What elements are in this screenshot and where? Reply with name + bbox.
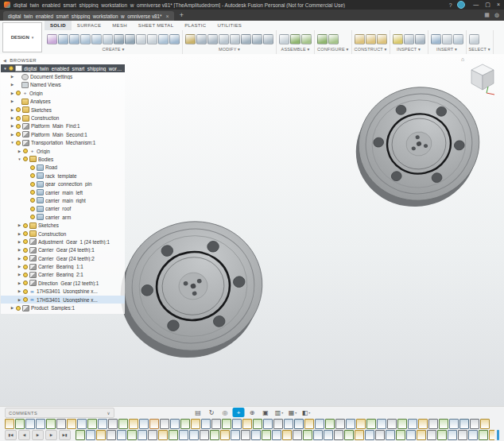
- new-tab-button[interactable]: +: [180, 10, 184, 20]
- tree-item-direction-gear-12-teeth-1[interactable]: ▶Direction_Gear (12 teeth):1: [1, 279, 125, 287]
- joint-feature-icon[interactable]: [148, 430, 157, 440]
- visibility-bulb-icon[interactable]: [23, 297, 28, 302]
- visibility-bulb-icon[interactable]: [23, 280, 28, 285]
- joint-feature-icon[interactable]: [241, 430, 250, 440]
- component-feature-icon[interactable]: [480, 419, 490, 429]
- visibility-bulb-icon[interactable]: [16, 306, 21, 311]
- tree-expanded-arrow-icon[interactable]: ▼: [10, 141, 15, 145]
- tree-item-carrier-gear-24-teeth-2[interactable]: ▶Carrier_Gear (24 teeth):2: [1, 254, 125, 262]
- new-component-icon[interactable]: [279, 33, 289, 45]
- visibility-bulb-icon[interactable]: [23, 265, 28, 269]
- extrude-feature-icon[interactable]: [98, 419, 107, 429]
- comments-bar[interactable]: COMMENTS ∨: [5, 408, 114, 418]
- tree-collapsed-arrow-icon[interactable]: ▶: [10, 116, 15, 120]
- visibility-bulb-icon[interactable]: [30, 173, 35, 178]
- extrude-feature-icon[interactable]: [170, 419, 180, 429]
- ribbon-group-label-construct[interactable]: CONSTRUCT ▾: [355, 47, 387, 54]
- sketch-feature-icon[interactable]: [127, 430, 137, 440]
- ribbon-group-label-inspect[interactable]: INSPECT ▾: [393, 47, 425, 54]
- pattern-icon[interactable]: [169, 33, 180, 45]
- sketch-feature-icon[interactable]: [76, 430, 85, 440]
- visibility-bulb-icon[interactable]: [16, 141, 21, 145]
- visibility-bulb-icon[interactable]: [16, 132, 21, 137]
- joint-feature-icon[interactable]: [293, 430, 302, 440]
- component-feature-icon[interactable]: [282, 430, 292, 440]
- ribbon-tab-mesh[interactable]: MESH: [107, 21, 133, 30]
- notifications-icon[interactable]: ◍: [494, 10, 499, 20]
- extrude-feature-icon[interactable]: [377, 419, 386, 429]
- carrier-bearing-part-bottom[interactable]: [109, 211, 273, 369]
- ribbon-group-label-select[interactable]: SELECT ▾: [469, 47, 490, 54]
- ribbon-group-label-create[interactable]: CREATE ▾: [47, 47, 180, 54]
- tree-collapsed-arrow-icon[interactable]: ▶: [10, 91, 15, 95]
- sketch-feature-icon[interactable]: [479, 430, 488, 440]
- visibility-bulb-icon[interactable]: [16, 91, 21, 95]
- extrude-feature-icon[interactable]: [201, 419, 211, 429]
- view-cube[interactable]: ⌂: [461, 56, 499, 96]
- tree-collapsed-arrow-icon[interactable]: ▶: [10, 133, 15, 137]
- component-feature-icon[interactable]: [220, 430, 230, 440]
- joint-icon[interactable]: [290, 33, 300, 45]
- tree-item-carrier-arm[interactable]: carrier_arm: [1, 213, 125, 221]
- visibility-bulb-icon[interactable]: [23, 248, 28, 253]
- extrude-icon[interactable]: [58, 33, 68, 45]
- tree-collapsed-arrow-icon[interactable]: ▶: [17, 298, 22, 302]
- step-forward-button[interactable]: ▶: [45, 430, 57, 440]
- component-feature-icon[interactable]: [5, 419, 14, 429]
- extrude-feature-icon[interactable]: [77, 419, 87, 429]
- component-feature-icon[interactable]: [355, 430, 364, 440]
- orbit-icon[interactable]: ↻: [206, 408, 218, 417]
- ribbon-group-label-assemble[interactable]: ASSEMBLE ▾: [279, 47, 312, 54]
- visibility-bulb-icon[interactable]: [16, 124, 21, 129]
- timeline-position-marker[interactable]: [497, 430, 499, 440]
- browser-collapse-icon[interactable]: ◀: [3, 58, 6, 63]
- minimize-button[interactable]: —: [473, 0, 479, 10]
- extrude-feature-icon[interactable]: [139, 419, 149, 429]
- decal-icon[interactable]: [442, 33, 452, 45]
- workspace-selector[interactable]: DESIGN ▾: [2, 22, 42, 52]
- press-pull-icon[interactable]: [185, 33, 196, 45]
- tree-item-bodies[interactable]: ▼Bodies: [1, 155, 125, 163]
- tree-collapsed-arrow-icon[interactable]: ▶: [17, 257, 22, 261]
- sketch-feature-icon[interactable]: [262, 430, 271, 440]
- construction-axis-icon[interactable]: [366, 33, 376, 45]
- joint-feature-icon[interactable]: [160, 419, 169, 429]
- grid-settings-icon[interactable]: ▦▾: [287, 408, 299, 417]
- ribbon-group-label-configure[interactable]: CONFIGURE ▾: [317, 47, 349, 54]
- tree-collapsed-arrow-icon[interactable]: ▶: [10, 99, 15, 103]
- extrude-feature-icon[interactable]: [468, 430, 478, 440]
- offset-plane-icon[interactable]: [355, 33, 365, 45]
- coil-icon[interactable]: [158, 33, 169, 45]
- extrude-feature-icon[interactable]: [284, 419, 293, 429]
- tree-collapsed-arrow-icon[interactable]: ▶: [17, 273, 22, 277]
- tree-item-17hs3401-usongshine-x[interactable]: ▶∞17HS3401_Usongshine x...: [1, 296, 125, 304]
- visibility-bulb-icon[interactable]: [23, 231, 28, 236]
- tab-close-icon[interactable]: ×: [166, 14, 169, 19]
- extrude-feature-icon[interactable]: [232, 419, 242, 429]
- visibility-bulb-icon[interactable]: [30, 207, 35, 211]
- joint-feature-icon[interactable]: [56, 419, 66, 429]
- tree-item-digital-twin-enabled-smart-shipping-workstation-w-omniverse-v81[interactable]: ▼digital_twin_enabled_smart_shipping_wor…: [1, 64, 125, 72]
- combine-icon[interactable]: [241, 33, 251, 45]
- component-feature-icon[interactable]: [129, 419, 138, 429]
- extrude-feature-icon[interactable]: [189, 430, 199, 440]
- tree-collapsed-arrow-icon[interactable]: ▶: [17, 240, 22, 244]
- viewports-icon[interactable]: ◧▾: [300, 408, 312, 417]
- visibility-bulb-icon[interactable]: [16, 116, 21, 121]
- ribbon-tab-surface[interactable]: SURFACE: [72, 21, 107, 30]
- sketch-feature-icon[interactable]: [15, 419, 25, 429]
- component-feature-icon[interactable]: [158, 430, 168, 440]
- tree-collapsed-arrow-icon[interactable]: ▶: [10, 108, 15, 112]
- display-settings-icon[interactable]: ▥▾: [273, 408, 285, 417]
- visibility-bulb-icon[interactable]: [30, 165, 35, 170]
- extrude-feature-icon[interactable]: [386, 430, 395, 440]
- extrude-feature-icon[interactable]: [315, 419, 324, 429]
- tree-item-road[interactable]: Road: [1, 164, 125, 172]
- ribbon-group-label-insert[interactable]: INSERT ▾: [431, 47, 463, 54]
- tree-item-platform-main-second-1[interactable]: ▶Platform_Main_Second:1: [1, 130, 125, 138]
- extrude-feature-icon[interactable]: [86, 430, 95, 440]
- visibility-bulb-icon[interactable]: [23, 223, 28, 228]
- shell-icon[interactable]: [219, 33, 229, 45]
- visibility-bulb-icon[interactable]: [30, 190, 35, 195]
- component-feature-icon[interactable]: [96, 430, 106, 440]
